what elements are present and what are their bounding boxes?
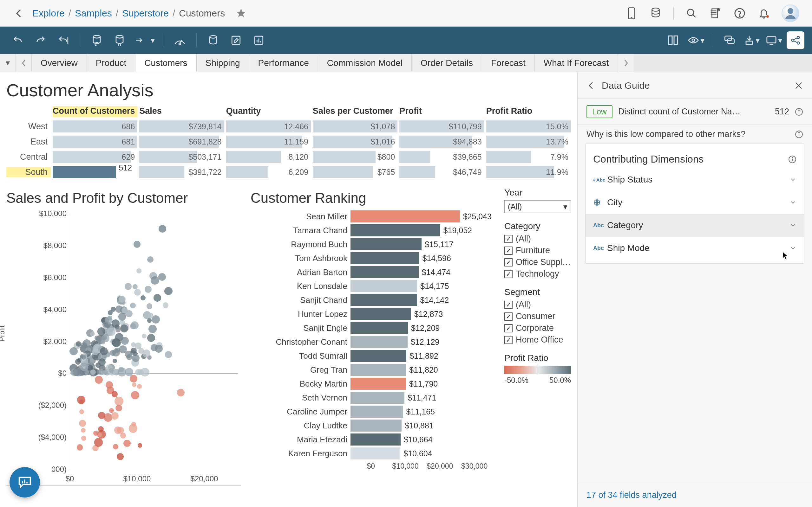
kpi-column-header[interactable]: Profit [399,106,484,117]
scatter-point[interactable] [148,325,157,333]
data-details-button[interactable] [663,30,683,50]
scatter-point[interactable] [111,412,118,419]
scatter-point[interactable] [106,381,113,389]
kpi-bar-cell[interactable]: 12,466 [226,120,311,132]
kpi-bar-cell[interactable]: $739,814 [139,120,224,132]
scatter-point[interactable] [130,302,136,308]
ranking-row[interactable]: Raymond Buch$15,117 [251,238,492,250]
scatter-point[interactable] [80,362,88,371]
kpi-bar-cell[interactable]: $94,883 [399,135,484,148]
scatter-point[interactable] [111,307,116,312]
scatter-point[interactable] [81,428,85,433]
tab-product[interactable]: Product [87,54,136,72]
scatter-point[interactable] [130,375,137,383]
ranking-row[interactable]: Todd Sumrall$11,892 [251,350,492,362]
tab-forecast[interactable]: Forecast [482,54,535,72]
ranking-row[interactable]: Adrian Barton$14,474 [251,266,492,278]
scatter-point[interactable] [165,351,172,358]
dimension-row[interactable]: City [586,191,804,214]
scatter-point[interactable] [114,348,120,353]
info-icon[interactable] [788,155,797,164]
fields-analyzed-link[interactable]: 17 of 34 fields analyzed [577,483,812,507]
ranking-row[interactable]: Karen Ferguson$10,604 [251,447,492,459]
comments-button[interactable] [719,30,740,50]
kpi-bar-cell[interactable]: 6,209 [226,166,311,178]
scatter-point[interactable] [133,284,138,289]
scatter-point[interactable] [159,225,166,233]
kpi-column-header[interactable]: Count of Customers [53,106,137,117]
filter-category-option[interactable]: ✓(All) [504,234,571,244]
kpi-bar-cell[interactable]: 15.0% [486,120,571,132]
scatter-point[interactable] [75,359,81,364]
kpi-bar-cell[interactable]: $39,865 [399,151,484,163]
tab-overview[interactable]: Overview [32,54,87,72]
scatter-point[interactable] [131,391,139,399]
scatter-point[interactable] [95,376,103,384]
scatter-point[interactable] [112,338,121,347]
kpi-bar-cell[interactable]: $391,722 [139,166,224,178]
scatter-point[interactable] [114,397,123,406]
scatter-point[interactable] [142,334,147,338]
filter-segment-option[interactable]: ✓Consumer [504,312,571,321]
ranking-row[interactable]: Ken Lonsdale$14,175 [251,280,492,292]
tab-performance[interactable]: Performance [249,54,318,72]
performance-button[interactable] [170,30,190,50]
kpi-bar-cell[interactable]: 681 [53,135,137,148]
dimension-row[interactable]: AbcCategory [586,214,804,237]
ranking-row[interactable]: Tamara Chand$19,052 [251,224,492,236]
scatter-point[interactable] [134,289,141,296]
scatter-point[interactable] [102,322,108,328]
tab-order-details[interactable]: Order Details [412,54,482,72]
view-data-button[interactable] [203,30,223,50]
scatter-point[interactable] [177,389,185,396]
kpi-bar-cell[interactable]: 686 [53,120,137,132]
refresh-data-button[interactable] [87,30,107,50]
kpi-column-header[interactable]: Sales [139,106,224,117]
scatter-point[interactable] [97,327,105,335]
breadcrumb-samples[interactable]: Samples [75,8,112,19]
kpi-bar-cell[interactable]: $800 [313,151,397,163]
scatter-point[interactable] [141,295,146,301]
ranking-chart[interactable]: Sean Miller$25,043Tamara Chand$19,052Ray… [251,210,492,486]
filter-category-option[interactable]: ✓Technology [504,269,571,279]
kpi-bar-cell[interactable]: 512 [53,166,137,178]
scatter-point[interactable] [109,408,114,413]
scatter-point[interactable] [138,443,142,447]
breadcrumb-explore[interactable]: Explore [32,8,65,19]
scatter-point[interactable] [155,345,163,353]
scatter-point[interactable] [118,313,126,321]
scatter-point[interactable] [134,241,141,248]
kpi-column-header[interactable]: Profit Ratio [486,106,571,117]
revert-button[interactable] [53,30,73,50]
scatter-point[interactable] [90,370,96,375]
kpi-bar-cell[interactable]: $691,828 [139,135,224,148]
scatter-point[interactable] [164,287,172,295]
filter-segment-option[interactable]: ✓(All) [504,300,571,309]
tab-nav-next[interactable] [618,54,634,72]
ranking-row[interactable]: Seth Vernon$11,471 [251,392,492,404]
scatter-point[interactable] [136,268,142,274]
filter-category-option[interactable]: ✓Furniture [504,245,571,256]
watch-dropdown[interactable]: ▾ [686,36,706,45]
scatter-point[interactable] [117,453,124,460]
ask-data-fab[interactable] [9,467,40,498]
scatter-point[interactable] [113,444,118,449]
redo-button[interactable] [31,30,51,50]
tab-shipping[interactable]: Shipping [197,54,249,72]
scatter-point[interactable] [81,436,86,441]
ranking-row[interactable]: Maria Etezadi$10,664 [251,434,492,446]
scatter-point[interactable] [107,328,115,336]
scatter-point[interactable] [120,325,128,332]
tab-customers[interactable]: Customers [136,54,196,72]
kpi-summary-table[interactable]: Count of CustomersSalesQuantitySales per… [6,106,571,178]
user-avatar[interactable] [781,4,799,22]
ranking-row[interactable]: Clay Ludtke$10,881 [251,419,492,432]
scatter-point[interactable] [90,331,95,337]
scatter-point[interactable] [147,303,152,309]
kpi-bar-cell[interactable]: $503,171 [139,151,224,163]
replay-dropdown[interactable]: ▾ [132,36,157,45]
scatter-point[interactable] [121,337,129,345]
scatter-point[interactable] [148,313,153,319]
kpi-bar-cell[interactable]: $1,078 [313,120,397,132]
favorite-star-icon[interactable] [236,8,247,19]
